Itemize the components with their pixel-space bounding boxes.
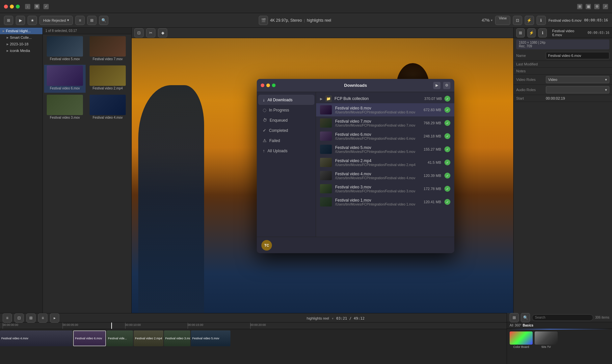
trim-icon[interactable]: ✂	[146, 28, 155, 37]
effects-layout-icon[interactable]: ⊞	[510, 313, 519, 322]
close-button[interactable]	[4, 5, 8, 9]
info-icon[interactable]: ℹ	[537, 16, 546, 25]
inspector-grid-icon[interactable]: ⊞	[516, 28, 525, 37]
library-icon[interactable]: ⊞	[4, 16, 13, 25]
titlebar: ↓ ⌘ ✓ ⊞ ▦ ⚙ ↗	[0, 0, 612, 13]
timeline-clip-festival6[interactable]: Festival video 6.mov	[73, 330, 106, 346]
keyframe-icon[interactable]: ◆	[158, 28, 167, 37]
dl-sidebar-completed[interactable]: ✓ Completed	[258, 125, 314, 135]
effects-item-50stv[interactable]: 50s TV	[535, 331, 558, 349]
zoom-control[interactable]: 47% ▾	[482, 18, 492, 23]
dl-item-name: Festival video 7.mov	[335, 119, 420, 124]
share-icon[interactable]: ↗	[603, 4, 608, 9]
key-icon[interactable]: ⌘	[34, 4, 40, 9]
effects-icon[interactable]: ★	[28, 16, 37, 25]
list-view-icon[interactable]: ≡	[75, 16, 85, 25]
dl-item-festival8[interactable]: Festival video 8.mov /Users/tim/Movies/F…	[316, 103, 454, 116]
grid-view-icon[interactable]: ⊞	[87, 16, 96, 25]
downloads-maximize-button[interactable]	[272, 84, 276, 87]
effects-cat-all[interactable]: All	[510, 324, 513, 327]
sidebar-item-festival[interactable]: ▶ Festival Highl...	[0, 28, 42, 34]
crop-icon[interactable]: ⊡	[134, 28, 144, 37]
downloads-close-button[interactable]	[261, 84, 264, 87]
timeline-clip-festival5[interactable]: Festival video 5.mov	[191, 330, 230, 346]
filter-icon[interactable]: ⚡	[525, 16, 534, 25]
video-roles-dropdown[interactable]: Video ▾	[546, 76, 609, 83]
browser-item-festival3[interactable]: Festival video 3.mov	[44, 94, 86, 122]
browser-item-festival4[interactable]: Festival video 4.mov	[87, 94, 128, 122]
dl-item-festival4[interactable]: Festival video 4.mov /Users/tim/Movies/F…	[316, 169, 454, 182]
dl-item-festival1[interactable]: Festival video 1.mov /Users/tim/Movies/F…	[316, 195, 454, 208]
browser-status: 1 of 8 selected, 03:17	[43, 28, 131, 34]
browser-item-label: Festival video 7.mov	[90, 57, 126, 61]
timeline-clip-festival3b[interactable]: Festival video 3.mov	[164, 330, 190, 346]
effects-search-icon[interactable]: 🔍	[521, 313, 530, 322]
inspector-toggle-icon[interactable]: ⊡	[513, 16, 522, 25]
dl-thumb-festival4	[320, 171, 332, 180]
effects-item-colorboard[interactable]: Color Board	[510, 331, 533, 349]
browser-item-festival6[interactable]: Festival video 6.mov	[44, 65, 86, 93]
dl-item-check-icon: ✓	[444, 173, 450, 179]
timeline-clip-festival3a[interactable]: Festival vide...	[107, 330, 133, 346]
effects-count: 306 items	[595, 316, 609, 319]
browser-item-festival5[interactable]: Festival video 5.mov	[44, 36, 86, 63]
downloads-settings-button[interactable]: ⚙	[443, 82, 450, 89]
zoom-arrow-icon: ▾	[491, 18, 492, 22]
inspector-info-icon[interactable]: ℹ	[538, 28, 547, 37]
dl-thumb-festival2	[320, 158, 332, 167]
effects-cat-360[interactable]: 360°	[515, 324, 521, 327]
audio-roles-dropdown[interactable]: ▾	[546, 86, 609, 93]
downloads-panel: Downloads ▶ ⚙ ↓ All Downloads ◌ In Progr…	[257, 79, 454, 253]
dl-sidebar-all-downloads[interactable]: ↓ All Downloads	[258, 95, 314, 105]
dl-item-festival3[interactable]: Festival video 3.mov /Users/tim/Movies/F…	[316, 182, 454, 195]
timeline-settings-icon[interactable]: ≡	[3, 313, 12, 323]
dl-item-check-icon: ✓	[444, 186, 450, 192]
dl-section-header-fcp[interactable]: ▶ 📁 FCP Bulk collection 370.07 MB ✓	[316, 94, 454, 103]
browser-item-festival2[interactable]: Festival video 2.mp4	[87, 65, 128, 93]
timeline-duration: 03:21 / 49:12	[336, 316, 364, 321]
dl-sidebar-all-uploads[interactable]: ↑ All Uploads	[258, 146, 314, 156]
layout-icon[interactable]: ▦	[586, 4, 591, 9]
effects-search-input[interactable]	[532, 314, 593, 321]
downloads-play-button[interactable]: ▶	[433, 82, 440, 89]
sidebar-item-iconik[interactable]: ▶ iconik Media	[0, 47, 42, 54]
timeline-audio-icon[interactable]: ≡	[38, 313, 47, 323]
dl-sidebar-failed[interactable]: ⚠ Failed	[258, 135, 314, 146]
dl-item-festival2[interactable]: Festival video 2.mp4 /Users/tim/Movies/F…	[316, 156, 454, 169]
dl-sidebar-enqueued[interactable]: ⏱ Enqueued	[258, 115, 314, 125]
settings-icon[interactable]: ⚙	[594, 4, 599, 9]
sidebar-item-smart-collections[interactable]: ▶ Smart Colle...	[0, 34, 42, 41]
hide-rejected-button[interactable]: Hide Rejected ▾	[40, 16, 73, 25]
timeline-marker-icon[interactable]: ▸	[50, 313, 59, 323]
timeline-view-icon[interactable]: ⊡	[14, 313, 24, 323]
timeline-clip-festival4[interactable]: Festival video 4.mov	[0, 330, 72, 346]
ruler-label-0: 00:00:00:00	[3, 323, 18, 327]
inspector-field-name: Name	[514, 51, 612, 61]
dl-item-festival7[interactable]: Festival video 7.mov /Users/tim/Movies/F…	[316, 116, 454, 130]
dl-item-festival5[interactable]: Festival video 5.mov /Users/tim/Movies/F…	[316, 143, 454, 156]
timeline-clip-festival2[interactable]: Festival video 2.mp4	[134, 330, 163, 346]
download-icon[interactable]: ↓	[25, 4, 30, 9]
timeline-name-button[interactable]: highlights reel	[307, 316, 329, 320]
effects-cat-basics[interactable]: Basics	[523, 324, 533, 327]
browser-item-festival7[interactable]: Festival video 7.mov	[87, 36, 128, 63]
timeline-grid-icon[interactable]: ⊞	[26, 313, 36, 323]
thumbnail-festival3	[47, 95, 83, 115]
view-button[interactable]: View	[495, 16, 510, 25]
dropdown-chevron-icon: ▾	[605, 88, 607, 92]
check-icon[interactable]: ✓	[43, 4, 49, 9]
sidebar-item-date[interactable]: ▶ 2023-10-18	[0, 41, 42, 47]
inspector-filter-icon[interactable]: ⚡	[527, 28, 536, 37]
field-input-name[interactable]	[546, 52, 609, 59]
media-icon[interactable]: ▶	[16, 16, 25, 25]
dl-sidebar-in-progress[interactable]: ◌ In Progress	[258, 105, 314, 115]
search-icon[interactable]: 🔍	[99, 16, 108, 25]
tc-badge: TC	[261, 240, 272, 251]
inspector-field-lastmodified: Last Modified	[514, 61, 612, 68]
grid-icon[interactable]: ⊞	[577, 4, 582, 9]
minimize-button[interactable]	[10, 5, 14, 9]
dl-item-festival6[interactable]: Festival video 6.mov /Users/tim/Movies/F…	[316, 130, 454, 143]
downloads-minimize-button[interactable]	[266, 84, 270, 87]
toolbar: ⊞ ▶ ★ Hide Rejected ▾ ≡ ⊞ 🔍 🎬 4K 29.97p,…	[0, 13, 612, 28]
maximize-button[interactable]	[16, 5, 20, 9]
